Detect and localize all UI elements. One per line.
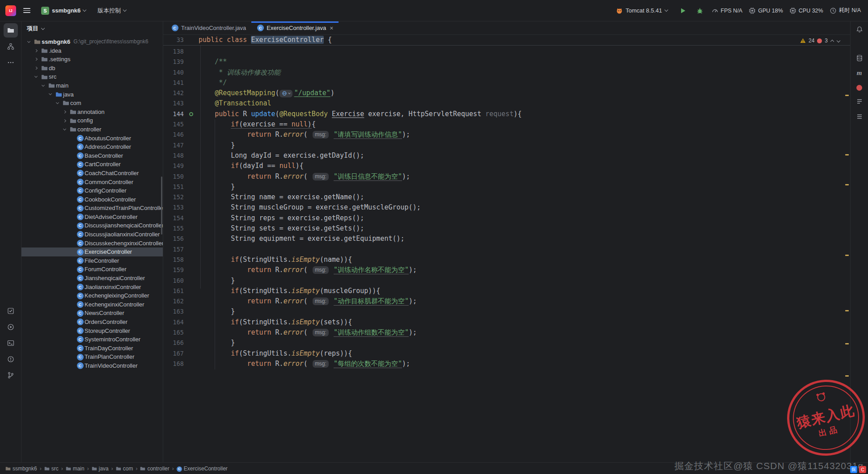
code-text[interactable]: } [199,307,235,315]
tree-item-forumcontroller[interactable]: CForumController [21,265,163,274]
code-text[interactable]: if(StringUtils.isEmpty(muscleGroup)){ [199,287,380,295]
url-inlay[interactable] [279,90,292,97]
chevron-down-icon[interactable] [25,42,33,42]
chevron-right-icon[interactable] [61,111,68,113]
line-number[interactable]: 162 [163,296,184,306]
line-number[interactable]: 152 [163,192,184,202]
tree-item-main[interactable]: main [21,81,163,90]
breadcrumb-item[interactable]: main [66,466,85,472]
line-number[interactable]: 151 [163,182,184,192]
tree-item-src[interactable]: src [21,72,163,81]
tree-item-commoncontroller[interactable]: CCommonController [21,178,163,187]
close-icon[interactable]: × [330,25,333,32]
code-text[interactable]: String muscleGroup = exercise.getMuscleG… [199,203,421,211]
next-problem-button[interactable] [837,39,840,42]
plugin-button[interactable] [853,81,866,94]
code-text[interactable]: if(StringUtils.isEmpty(sets)){ [199,318,352,326]
code-text[interactable]: @Transactional [199,99,271,107]
code-text[interactable]: @RequestMapping("/update") [199,89,334,97]
tree-item-db[interactable]: db [21,64,163,73]
tree-item-jiaolianxinxicontroller[interactable]: CJiaolianxinxiController [21,283,163,292]
code-text[interactable]: return R.error( msg: "训练动作组数不能为空"); [199,328,417,336]
tree-item-ssmbgnk6[interactable]: ssmbgnk6G:\git_project\fitness\ssmbgnk6 [21,38,163,46]
line-number[interactable]: 158 [163,255,184,265]
error-stripe-mark[interactable] [845,375,849,377]
database-button[interactable] [853,51,866,65]
code-text[interactable]: return R.error( msg: "动作目标肌群不能为空"); [199,297,417,305]
project-panel-header[interactable]: 项目 [21,21,163,36]
chevron-down-icon[interactable] [47,94,54,95]
tree-item-discussjiaolianxinxicontroller[interactable]: CDiscussjiaolianxinxiController [21,230,163,239]
line-number[interactable]: 141 [163,78,184,88]
chevron-down-icon[interactable] [39,85,47,86]
tree-item-trainplancontroller[interactable]: CTrainPlanController [21,352,163,361]
line-number[interactable]: 161 [163,286,184,296]
code-text[interactable]: return R.error( msg: "每组的次数不能为空"); [199,360,410,368]
tree-item-filecontroller[interactable]: CFileController [21,256,163,265]
more-tools-button[interactable] [4,55,18,70]
tree-item-discusskechengxinxicontroller[interactable]: CDiscusskechengxinxiController [21,239,163,248]
run-config-widget[interactable]: Tomcat 8.5.41 [612,5,671,16]
tree-item-configcontroller[interactable]: CConfigController [21,186,163,195]
line-number[interactable]: 144 [163,109,184,119]
line-number[interactable]: 168 [163,359,184,369]
tree-item-orderscontroller[interactable]: COrdersController [21,318,163,327]
code-text[interactable]: String sets = exercise.getSets(); [199,224,364,232]
breadcrumb-item[interactable]: CExerciseController [177,465,228,472]
line-number[interactable]: 142 [163,88,184,98]
inspections-widget[interactable]: 24 3 [800,38,840,44]
line-number[interactable]: 159 [163,265,184,275]
code-text[interactable]: * 训练动作修改功能 [199,68,280,76]
main-menu-button[interactable] [21,4,33,17]
tree-item-discussjianshenqicaicontroller[interactable]: CDiscussjianshenqicaiController [21,221,163,230]
tree-item-coachchatcontroller[interactable]: CCoachChatController [21,169,163,178]
tree-item-jianshenqicaicontroller[interactable]: CJianshenqicaiController [21,274,163,283]
line-number[interactable]: 155 [163,223,184,234]
line-number[interactable]: 157 [163,244,184,255]
vcs-widget[interactable]: 版本控制 [94,5,130,17]
tree-item-newscontroller[interactable]: CNewsController [21,309,163,318]
breadcrumb-item[interactable]: com [116,466,133,472]
line-number[interactable]: 140 [163,67,184,78]
tree-item-dietadvisecontroller[interactable]: CDietAdviseController [21,213,163,222]
line-number[interactable]: 148 [163,151,184,161]
prev-problem-button[interactable] [830,39,834,43]
breadcrumb-item[interactable]: java [92,466,109,472]
line-number[interactable]: 164 [163,317,184,327]
structure-tool-button[interactable] [4,39,18,54]
problems-tool-button[interactable] [4,352,18,366]
chevron-right-icon[interactable] [32,50,40,52]
chevron-right-icon[interactable] [32,58,40,60]
line-number[interactable]: 150 [163,172,184,182]
line-number[interactable]: 156 [163,234,184,244]
tree-item-controller[interactable]: controller [21,125,163,134]
code-text[interactable]: return R.error( msg: "训练日信息不能为空"); [199,172,410,180]
tree-item-annotation[interactable]: annotation [21,108,163,117]
tree-item-trainvideocontroller[interactable]: CTrainVideoController [21,361,163,370]
line-number[interactable]: 153 [163,202,184,213]
tree-item-basecontroller[interactable]: CBaseController [21,151,163,160]
error-stripe-mark[interactable] [845,184,849,185]
project-widget[interactable]: S ssmbgnk6 [38,5,89,17]
code-text[interactable]: return R.error( msg: "训练动作名称不能为空"); [199,266,417,274]
line-number[interactable]: 145 [163,119,184,130]
breadcrumb-item[interactable]: controller [140,466,169,472]
tab-trainvideocontroller-java[interactable]: CTrainVideoController.java [166,21,251,34]
error-stripe-mark[interactable] [845,343,849,344]
line-number[interactable]: 160 [163,276,184,286]
services-tool-button[interactable] [4,320,18,334]
tree-item-cartcontroller[interactable]: CCartController [21,160,163,169]
tree-item-storeupcontroller[interactable]: CStoreupController [21,327,163,336]
tree-item-java[interactable]: java [21,90,163,99]
code-text[interactable]: if(StringUtils.isEmpty(reps)){ [199,349,352,357]
breadcrumb-item[interactable]: src [44,466,59,472]
code-text[interactable]: return R.error( msg: "请填写训练动作信息"); [199,130,410,138]
dependencies-button[interactable] [853,110,866,124]
tree-item-exercisecontroller[interactable]: CExerciseController [21,247,163,256]
terminal-tool-button[interactable] [4,336,18,350]
tree-item-com[interactable]: com [21,99,163,108]
line-number[interactable]: 166 [163,338,184,348]
tree-item-customizedtrainplancontroller[interactable]: CCustomizedTrainPlanController [21,204,163,213]
code-text[interactable]: */ [199,79,227,87]
tree-scrollbar[interactable] [161,176,162,235]
